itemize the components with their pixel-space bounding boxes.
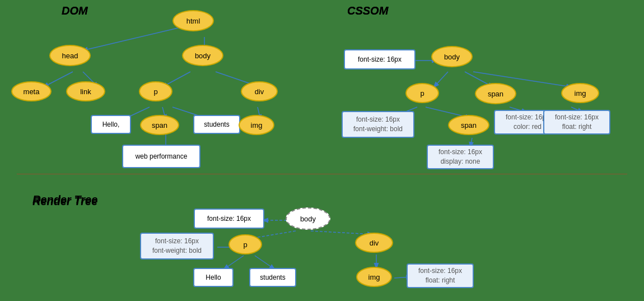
dom-section-label: DOM: [62, 4, 88, 17]
cssom-p-style-box: font-size: 16pxfont-weight: bold: [342, 111, 414, 138]
render-hello-box: Hello: [193, 268, 234, 287]
cssom-span-sub-node: span: [448, 115, 489, 135]
render-p-node: p: [228, 234, 262, 254]
render-students-box: students: [249, 268, 296, 287]
svg-line-12: [434, 72, 448, 87]
render-img-style-box: font-size: 16pxfloat: right: [407, 263, 474, 288]
dom-img-node: img: [239, 115, 274, 135]
dom-meta-node: meta: [11, 81, 52, 101]
cssom-img-style-box: font-size: 16pxfloat: right: [543, 110, 610, 135]
render-img-node: img: [356, 267, 392, 287]
dom-link-node: link: [66, 81, 105, 101]
dom-span-node: span: [140, 115, 179, 135]
dom-students-box: students: [193, 115, 240, 134]
arrows-svg: [0, 0, 644, 301]
dom-head-node: head: [49, 45, 91, 66]
render-p-style-box: font-size: 16pxfont-weight: bold: [140, 233, 214, 260]
cssom-img-node: img: [561, 83, 599, 103]
dom-html-node: html: [172, 10, 214, 31]
svg-line-2: [44, 72, 73, 87]
dom-body-node: body: [182, 45, 223, 66]
dom-div-node: div: [241, 81, 278, 101]
diagram-container: DOM CSSOM Render Tree html head body met…: [0, 0, 644, 301]
render-section-label: Render Tree: [32, 193, 97, 206]
render-fontsize-box: font-size: 16px: [194, 209, 264, 229]
cssom-span-node: span: [475, 83, 516, 104]
cssom-section-label: CSSOM: [347, 4, 388, 17]
svg-line-0: [83, 26, 185, 50]
cssom-fontsize-top-box: font-size: 16px: [344, 49, 416, 70]
render-div-node: div: [355, 233, 393, 253]
dom-p-node: p: [139, 81, 172, 101]
cssom-span-sub-style-box: font-size: 16pxdisplay: none: [427, 145, 494, 169]
svg-line-23: [224, 256, 244, 269]
cssom-body-node: body: [431, 46, 473, 67]
dom-webperf-box: web performance: [122, 145, 200, 168]
svg-line-24: [255, 256, 274, 269]
cssom-p-node: p: [405, 83, 439, 103]
render-body-node: body: [286, 207, 330, 230]
dom-hello-box: Hello,: [91, 115, 131, 134]
section-divider: [17, 174, 627, 174]
